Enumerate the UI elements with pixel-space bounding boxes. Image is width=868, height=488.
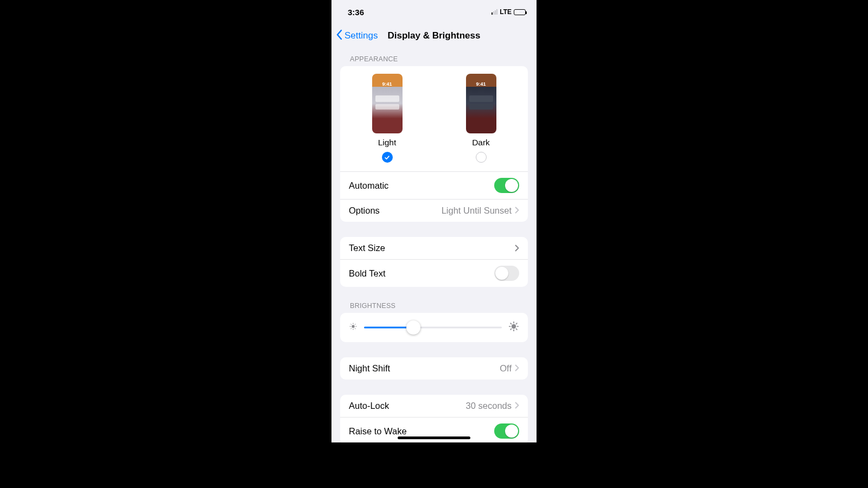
raise-to-wake-label: Raise to Wake (349, 426, 407, 436)
brightness-high-icon (508, 321, 519, 334)
brightness-row (340, 313, 528, 342)
options-label: Options (349, 206, 380, 216)
automatic-switch[interactable] (494, 178, 519, 193)
text-size-row[interactable]: Text Size (340, 237, 528, 259)
raise-to-wake-switch[interactable] (494, 423, 519, 439)
status-time: 3:36 (348, 8, 364, 17)
svg-line-14 (510, 323, 512, 324)
auto-lock-row[interactable]: Auto-Lock 30 seconds (340, 395, 528, 417)
battery-icon: 70 (514, 9, 526, 15)
settings-content: Appearance 9:41 Light 9:41 Dark (331, 48, 537, 442)
svg-line-7 (351, 328, 352, 329)
bold-text-row: Bold Text (340, 259, 528, 287)
svg-line-6 (355, 328, 355, 329)
light-preview: 9:41 (372, 74, 403, 133)
brightness-slider[interactable] (364, 320, 502, 335)
bold-text-switch[interactable] (494, 266, 519, 281)
status-right: LTE 70 (492, 8, 526, 16)
automatic-row: Automatic (340, 171, 528, 199)
carrier-label: LTE (500, 8, 512, 16)
light-label: Light (378, 138, 397, 147)
dark-label: Dark (472, 138, 490, 147)
dark-radio[interactable] (476, 152, 487, 163)
brightness-group (340, 313, 528, 342)
chevron-right-icon (515, 206, 519, 216)
chevron-right-icon (515, 401, 519, 411)
back-button[interactable]: Settings (336, 29, 378, 43)
svg-line-8 (355, 324, 355, 325)
lock-group: Auto-Lock 30 seconds Raise to Wake (340, 395, 528, 442)
text-size-label: Text Size (349, 243, 385, 253)
svg-line-5 (351, 324, 352, 325)
auto-lock-value: 30 seconds (466, 401, 512, 411)
night-shift-group: Night Shift Off (340, 357, 528, 380)
home-indicator[interactable] (398, 436, 470, 439)
night-shift-value: Off (500, 363, 512, 374)
automatic-label: Automatic (349, 181, 388, 191)
night-shift-label: Night Shift (349, 363, 390, 374)
back-label: Settings (344, 30, 378, 41)
svg-point-0 (352, 325, 354, 328)
svg-line-16 (510, 329, 512, 330)
svg-point-9 (512, 324, 516, 329)
chevron-right-icon (515, 363, 519, 374)
appearance-group: 9:41 Light 9:41 Dark Automatic (340, 66, 528, 222)
text-group: Text Size Bold Text (340, 237, 528, 287)
brightness-low-icon (349, 322, 358, 333)
svg-line-17 (516, 323, 517, 324)
brightness-header: Brightness (331, 302, 537, 313)
light-radio[interactable] (382, 152, 393, 163)
appearance-picker: 9:41 Light 9:41 Dark (340, 66, 528, 171)
signal-icon (492, 9, 497, 15)
status-bar: 3:36 LTE 70 (331, 0, 537, 24)
auto-lock-label: Auto-Lock (349, 401, 389, 411)
appearance-option-dark[interactable]: 9:41 Dark (449, 74, 514, 163)
chevron-right-icon (515, 245, 519, 252)
appearance-option-light[interactable]: 9:41 Light (355, 74, 420, 163)
nav-bar: Settings Display & Brightness (331, 24, 537, 48)
options-value: Light Until Sunset (442, 206, 512, 216)
dark-preview: 9:41 (466, 74, 496, 133)
svg-line-15 (516, 329, 517, 330)
bold-text-label: Bold Text (349, 268, 386, 279)
appearance-header: Appearance (331, 55, 537, 66)
chevron-left-icon (336, 29, 343, 43)
night-shift-row[interactable]: Night Shift Off (340, 357, 528, 380)
options-row[interactable]: Options Light Until Sunset (340, 199, 528, 222)
phone-screen: 3:36 LTE 70 Settings Display & Brightnes… (331, 0, 537, 442)
